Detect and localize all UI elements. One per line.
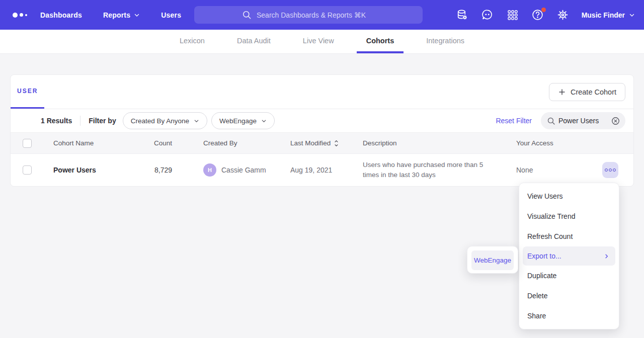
menu-label: Share [527,312,546,320]
chevron-right-icon [604,254,609,259]
reset-filter-link[interactable]: Reset Filter [496,117,532,125]
avatar: H [203,163,216,177]
nav-label: Reports [103,11,130,19]
row-actions-menu: View Users Visualize Trend Refresh Count… [519,183,619,329]
create-cohort-label: Create Cohort [571,88,616,96]
creator-name: Cassie Gamm [221,166,266,174]
cohort-creator: H Cassie Gamm [172,163,290,177]
filter-by-label: Filter by [89,117,116,125]
column-created-by: Created By [172,139,290,147]
brand-logo[interactable] [13,13,40,18]
column-label: Last Modified [290,139,331,147]
menu-label: Delete [527,292,547,300]
menu-item-duplicate[interactable]: Duplicate [519,266,619,286]
workspace-switcher[interactable]: Music Finder [582,11,635,19]
cohort-count: 8,729 [134,166,172,174]
menu-item-export-to[interactable]: Export to... [523,246,615,266]
menu-label: Visualize Trend [527,212,575,220]
search-icon [242,10,252,20]
nav-users[interactable]: Users [161,11,181,19]
select-all-checkbox[interactable] [23,139,32,148]
column-description: Description [363,139,516,147]
created-by-dropdown[interactable]: Created By Anyone [123,112,207,129]
menu-label: Export to... [527,252,561,260]
chevron-down-icon [134,12,140,18]
column-your-access: Your Access [516,139,633,147]
cohort-type-tabs: USER Create Cohort [11,75,633,109]
topbar-actions: Music Finder [456,0,635,30]
submenu-item-webengage[interactable]: WebEngage [471,250,514,270]
filter-bar: 1 Results Filter by Created By Anyone We… [11,109,633,132]
top-navigation-bar: Dashboards Reports Users [0,0,644,30]
column-last-modified[interactable]: Last Modified [290,139,363,147]
cohorts-panel: USER Create Cohort 1 Results Filter by C… [10,74,634,187]
menu-label: Refresh Count [527,232,573,240]
nav-label: Users [161,11,181,19]
row-checkbox[interactable] [23,165,32,175]
primary-nav: Dashboards Reports Users [40,11,181,19]
tab-lexicon[interactable]: Lexicon [170,30,214,53]
column-count: Count [134,139,172,147]
chevron-down-icon [261,118,267,124]
apps-grid-icon[interactable] [506,9,519,22]
chevron-down-icon [194,118,199,124]
nav-reports[interactable]: Reports [103,11,140,19]
menu-label: View Users [527,192,563,200]
settings-icon[interactable] [556,9,570,22]
clear-search-icon[interactable] [611,116,620,126]
cohort-last-modified: Aug 19, 2021 [290,166,363,174]
data-settings-icon[interactable] [456,9,469,22]
tab-live-view[interactable]: Live View [293,30,344,53]
chevron-down-icon [629,12,635,18]
menu-item-refresh-count[interactable]: Refresh Count [519,226,619,246]
sort-icon [334,140,339,147]
menu-label: Duplicate [527,272,556,280]
cohort-name[interactable]: Power Users [53,166,134,174]
notification-dot [541,8,546,12]
dropdown-value: Created By Anyone [131,117,189,125]
tab-integrations[interactable]: Integrations [417,30,474,53]
column-cohort-name: Cohort Name [53,139,134,147]
menu-item-delete[interactable]: Delete [519,286,619,306]
workspace-name: Music Finder [582,11,625,19]
integration-dropdown[interactable]: WebEngage [211,112,275,129]
access-value: None [516,166,533,174]
cohort-description: Users who have purchased more than 5 tim… [363,160,516,180]
divider [80,116,80,126]
plus-icon [558,88,566,96]
search-icon [547,117,555,125]
table-row: Power Users 8,729 H Cassie Gamm Aug 19, … [11,154,633,186]
nav-dashboards[interactable]: Dashboards [40,11,82,19]
global-search[interactable] [194,6,423,24]
dropdown-value: WebEngage [219,117,257,125]
tab-data-audit[interactable]: Data Audit [227,30,280,53]
menu-item-share[interactable]: Share [519,306,619,326]
help-icon[interactable] [531,9,544,22]
export-submenu: WebEngage [467,246,518,274]
cohort-search[interactable] [541,112,625,129]
cohort-search-input[interactable] [558,117,608,125]
menu-item-view-users[interactable]: View Users [519,186,619,206]
messages-icon[interactable] [481,9,494,22]
global-search-input[interactable] [257,11,375,19]
row-actions-button[interactable] [602,162,618,178]
create-cohort-button[interactable]: Create Cohort [549,83,625,101]
table-header: Cohort Name Count Created By Last Modifi… [11,132,633,154]
tab-user-cohorts[interactable]: USER [11,75,44,109]
nav-label: Dashboards [40,11,82,19]
cohort-access-cell: None [516,162,633,178]
section-tabs: Lexicon Data Audit Live View Cohorts Int… [0,30,644,54]
menu-item-visualize-trend[interactable]: Visualize Trend [519,206,619,226]
results-count: 1 Results [41,117,72,125]
tab-cohorts[interactable]: Cohorts [357,30,404,53]
